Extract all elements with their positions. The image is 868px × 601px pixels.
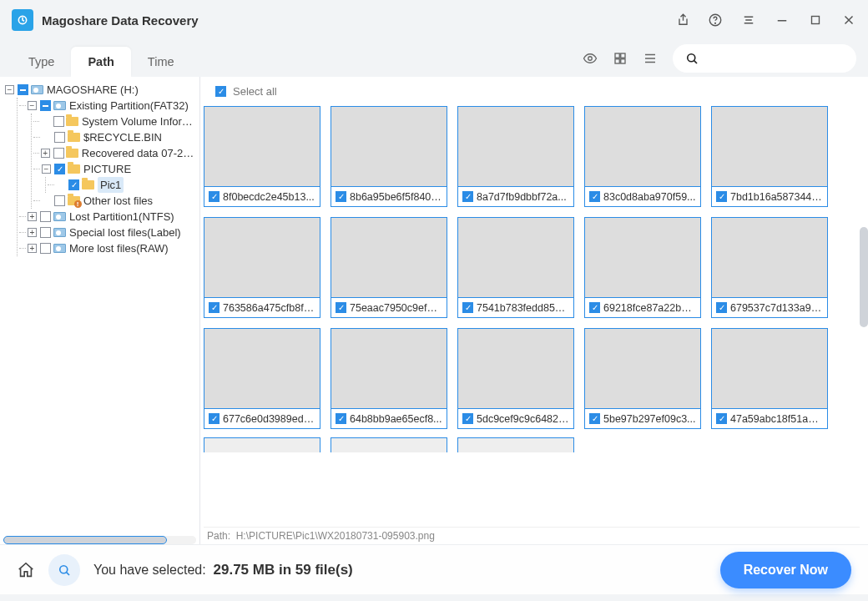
share-icon[interactable]	[674, 13, 689, 28]
thumbnail-grid: 8f0becdc2e45b13...8b6a95be6f5f840e...8a7…	[200, 103, 868, 437]
thumbnail-image	[204, 107, 320, 186]
folder-tree[interactable]: − MAGOSHARE (H:) − Existing Partition(FA…	[0, 77, 200, 544]
content-vertical-scrollbar[interactable]	[860, 227, 868, 327]
selection-summary: You have selected: 29.75 MB in 59 file(s…	[93, 562, 353, 578]
thumbnail-checkbox[interactable]	[209, 302, 220, 313]
grid-view-icon[interactable]	[613, 51, 628, 66]
thumbnail-item[interactable]: 8f0becdc2e45b13...	[204, 106, 320, 207]
toolbar: Type Path Time	[0, 40, 868, 77]
thumbnail-item[interactable]: 75eaac7950c9efb8...	[331, 217, 447, 318]
svg-rect-3	[812, 17, 820, 24]
thumbnail-filename: 5be97b297ef09c3...	[603, 413, 696, 425]
recover-button[interactable]: Recover Now	[720, 552, 851, 588]
thumbnail-filename: 83c0d8aba970f59...	[603, 191, 696, 203]
thumbnail-peek	[457, 437, 574, 452]
thumbnail-image	[458, 107, 573, 186]
thumbnail-filename: 763586a475cfb8f9...	[223, 302, 315, 314]
thumbnail-image	[712, 218, 827, 297]
tree-other-lost[interactable]: Other lost files	[33, 193, 196, 209]
thumbnail-item[interactable]: 8b6a95be6f5f840e...	[331, 106, 447, 207]
tree-item[interactable]: System Volume Information	[33, 114, 196, 129]
minimize-icon[interactable]	[775, 13, 790, 28]
thumbnail-item[interactable]: 5be97b297ef09c3...	[584, 328, 701, 429]
thumbnail-checkbox[interactable]	[336, 302, 346, 313]
tree-existing-partition[interactable]: − Existing Partition(FAT32)	[19, 98, 196, 114]
thumbnail-item[interactable]: 679537c7d133a99f...	[711, 217, 828, 318]
tree-item[interactable]: + Recovered data 07-27-2021	[33, 145, 196, 161]
thumbnail-image	[331, 218, 447, 297]
thumbnail-filename: 8b6a95be6f5f840e...	[350, 191, 442, 203]
thumbnail-checkbox[interactable]	[209, 413, 220, 424]
svg-point-4	[588, 57, 593, 61]
svg-rect-6	[621, 53, 625, 58]
thumbnail-item[interactable]: 677c6e0d3989ede...	[204, 328, 320, 429]
thumbnail-filename: 75eaac7950c9efb8...	[350, 302, 442, 314]
deep-search-button[interactable]	[48, 554, 80, 586]
menu-icon[interactable]	[741, 13, 756, 28]
svg-point-10	[60, 565, 68, 573]
thumbnail-checkbox[interactable]	[462, 191, 473, 202]
thumbnail-image	[458, 218, 573, 297]
thumbnail-image	[331, 107, 447, 186]
thumbnail-peek	[331, 437, 447, 452]
svg-rect-8	[621, 59, 625, 63]
maximize-icon[interactable]	[808, 13, 823, 28]
footer: You have selected: 29.75 MB in 59 file(s…	[0, 544, 868, 594]
thumbnail-image	[712, 107, 827, 186]
thumbnail-image	[331, 329, 447, 408]
thumbnail-checkbox[interactable]	[716, 413, 727, 424]
thumbnail-filename: 677c6e0d3989ede...	[223, 413, 315, 425]
thumbnail-checkbox[interactable]	[462, 302, 473, 313]
thumbnail-checkbox[interactable]	[589, 413, 600, 424]
select-all-checkbox[interactable]	[215, 86, 226, 97]
tree-root[interactable]: − MAGOSHARE (H:)	[5, 82, 196, 98]
thumbnail-checkbox[interactable]	[462, 413, 473, 424]
thumbnail-item[interactable]: 7bd1b16a5873445...	[711, 106, 828, 207]
thumbnail-checkbox[interactable]	[589, 302, 600, 313]
thumbnail-item[interactable]: 47a59abc18f51a21...	[711, 328, 828, 429]
thumbnail-image	[585, 107, 700, 186]
svg-rect-5	[615, 53, 619, 58]
preview-icon[interactable]	[583, 51, 598, 66]
search-input[interactable]	[673, 44, 856, 73]
help-icon[interactable]	[708, 13, 723, 28]
thumbnail-item[interactable]: 8a7d7fb9dbbf72a...	[457, 106, 574, 207]
thumbnail-item[interactable]: 69218fce87a22b4f...	[584, 217, 701, 318]
thumbnail-item[interactable]: 763586a475cfb8f9...	[204, 217, 320, 318]
thumbnail-checkbox[interactable]	[209, 191, 220, 202]
content-area: Select all 8f0becdc2e45b13...8b6a95be6f5…	[200, 77, 868, 544]
close-icon[interactable]	[841, 13, 856, 28]
tree-horizontal-scrollbar[interactable]	[3, 536, 196, 544]
thumbnail-image	[204, 329, 320, 408]
svg-rect-7	[615, 59, 619, 63]
thumbnail-item[interactable]: 5dc9cef9c9c64821...	[457, 328, 574, 429]
home-icon[interactable]	[17, 561, 35, 579]
app-logo	[12, 9, 33, 31]
thumbnail-item[interactable]: 64b8bb9ae65ecf8...	[331, 328, 447, 429]
tab-type[interactable]: Type	[12, 47, 71, 77]
view-tabs: Type Path Time	[12, 40, 191, 77]
tree-picture[interactable]: − PICTURE	[33, 161, 196, 177]
path-display: Path: H:\PICTURE\Pic1\WX20180731-095903.…	[204, 527, 860, 544]
thumbnail-filename: 69218fce87a22b4f...	[603, 302, 696, 314]
tree-more-lost[interactable]: + More lost files(RAW)	[19, 240, 196, 256]
thumbnail-filename: 47a59abc18f51a21...	[730, 413, 823, 425]
select-all-label: Select all	[233, 85, 277, 98]
thumbnail-checkbox[interactable]	[336, 191, 346, 202]
tree-pic1[interactable]: Pic1	[48, 177, 196, 193]
tree-special-lost[interactable]: + Special lost files(Label)	[19, 225, 196, 240]
thumbnail-item[interactable]: 83c0d8aba970f59...	[584, 106, 701, 207]
thumbnail-item[interactable]: 7541b783fedd850...	[457, 217, 574, 318]
thumbnail-checkbox[interactable]	[589, 191, 600, 202]
thumbnail-checkbox[interactable]	[716, 302, 727, 313]
tab-time[interactable]: Time	[131, 47, 191, 77]
thumbnail-image	[712, 329, 827, 408]
tree-lost-partition[interactable]: + Lost Partition1(NTFS)	[19, 209, 196, 225]
thumbnail-checkbox[interactable]	[336, 413, 346, 424]
tab-path[interactable]: Path	[71, 47, 130, 77]
tree-item[interactable]: $RECYCLE.BIN	[33, 129, 196, 145]
title-bar: Magoshare Data Recovery	[0, 0, 868, 40]
thumbnail-checkbox[interactable]	[716, 191, 727, 202]
thumbnail-filename: 64b8bb9ae65ecf8...	[350, 413, 442, 425]
list-view-icon[interactable]	[643, 51, 658, 66]
